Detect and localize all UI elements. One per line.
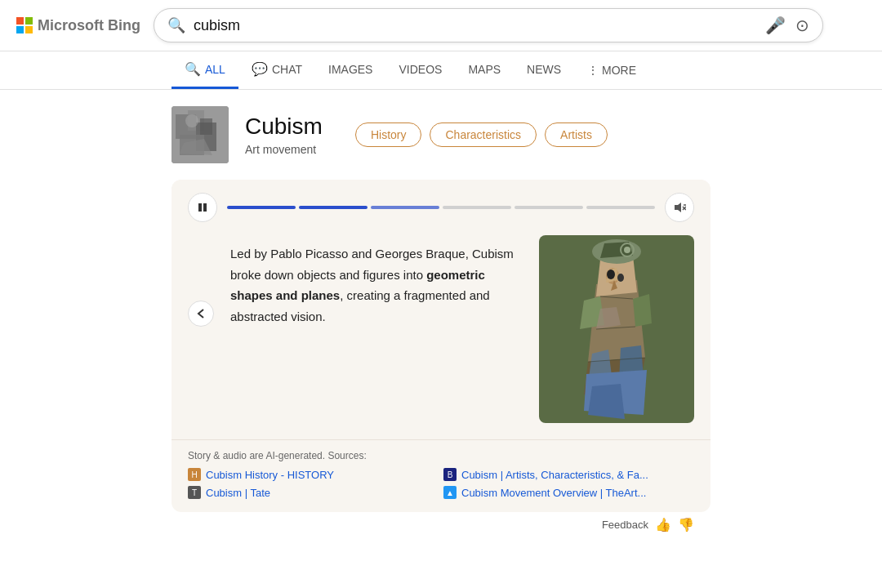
sources-label: Story & audio are AI-generated. Sources: [188,450,694,461]
prev-button[interactable] [188,301,214,327]
chat-tab-icon: 💬 [252,61,268,77]
svg-marker-10 [675,203,681,212]
svg-point-6 [185,114,198,127]
tab-videos-label: VIDEOS [399,63,442,76]
bing-logo: Microsoft Bing [16,17,140,34]
tab-all[interactable]: 🔍 ALL [172,51,238,89]
volume-off-icon [673,201,686,214]
theartstory-favicon: ▲ [443,486,457,499]
cubism-painting [539,235,694,423]
tab-more[interactable]: ⋮ MORE [574,54,649,87]
source-item-theartstory[interactable]: ▲ Cubism Movement Overview | TheArt... [443,486,694,499]
tab-maps[interactable]: MAPS [455,53,514,88]
svg-point-21 [624,247,630,253]
progress-seg-2 [299,206,368,209]
nav-tabs: 🔍 ALL 💬 CHAT IMAGES VIDEOS MAPS NEWS ⋮ M… [0,51,882,90]
progress-seg-3 [371,206,439,209]
thumbs-down-button[interactable]: 👎 [678,517,694,532]
tab-chat-label: CHAT [272,63,302,76]
tab-news[interactable]: NEWS [514,53,574,88]
bing-logo-text: Microsoft Bing [38,17,140,34]
all-tab-icon: 🔍 [185,61,201,77]
pause-icon [197,202,208,213]
story-card: Led by Pablo Picasso and Georges Braque,… [172,180,710,512]
search-icon: 🔍 [167,16,185,34]
svg-rect-5 [200,118,212,135]
main-content: Cubism Art movement History Characterist… [0,90,882,554]
pause-button[interactable] [188,193,217,222]
progress-seg-5 [514,206,583,209]
entity-image [172,106,229,163]
thumbs-up-button[interactable]: 👍 [655,517,671,532]
progress-seg-6 [586,206,655,209]
feedback-label: Feedback [602,519,648,531]
chevron-left-icon [197,308,205,319]
tab-all-label: ALL [205,63,225,76]
progress-seg-4 [443,206,511,209]
pill-artists[interactable]: Artists [545,122,608,147]
progress-area [172,180,710,235]
entity-thumbnail [172,106,229,163]
search-box: 🔍 cubism 🎤 ⊙ [154,8,823,42]
entity-header: Cubism Art movement History Characterist… [172,106,710,163]
tate-favicon: T [188,486,201,499]
entity-info: Cubism Art movement [245,114,323,156]
entity-title: Cubism [245,114,323,140]
entity-subtitle: Art movement [245,143,323,156]
history-favicon: H [188,468,201,481]
feedback-bar: Feedback 👍 👎 [172,512,710,537]
svg-point-25 [617,274,624,282]
tab-images[interactable]: IMAGES [315,53,385,88]
story-painting [539,235,694,423]
tab-maps-label: MAPS [468,63,501,76]
svg-rect-8 [198,203,202,212]
search-icons-right: 🎤 ⊙ [765,16,809,35]
britannica-favicon: B [443,468,457,481]
svg-marker-32 [588,384,625,419]
pill-history[interactable]: History [355,122,422,147]
svg-point-24 [607,270,615,279]
progress-seg-1 [227,206,296,209]
microphone-icon[interactable]: 🎤 [765,16,786,35]
source-britannica-label: Cubism | Artists, Characteristics, & Fa.… [461,469,648,481]
sources-grid: H Cubism History - HISTORY B Cubism | Ar… [188,468,694,499]
source-item-britannica[interactable]: B Cubism | Artists, Characteristics, & F… [443,468,694,481]
tab-chat[interactable]: 💬 CHAT [238,51,315,89]
tab-more-label: MORE [602,64,636,77]
svg-marker-28 [633,294,652,327]
tab-news-label: NEWS [527,63,561,76]
source-theartstory-label: Cubism Movement Overview | TheArt... [461,487,646,499]
source-item-history[interactable]: H Cubism History - HISTORY [188,468,439,481]
story-sources: Story & audio are AI-generated. Sources:… [172,439,710,512]
tab-videos[interactable]: VIDEOS [385,53,455,88]
source-history-label: Cubism History - HISTORY [206,469,334,481]
source-tate-label: Cubism | Tate [206,487,270,499]
search-query[interactable]: cubism [194,17,757,34]
tab-images-label: IMAGES [328,63,372,76]
story-body: Led by Pablo Picasso and Georges Braque,… [172,235,710,439]
volume-button[interactable] [665,193,694,222]
pill-characteristics[interactable]: Characteristics [430,122,537,147]
more-dots-icon: ⋮ [587,64,599,77]
story-text: Led by Pablo Picasso and Georges Braque,… [230,235,523,327]
svg-rect-9 [203,203,207,212]
source-item-tate[interactable]: T Cubism | Tate [188,486,439,499]
entity-pills: History Characteristics Artists [355,122,608,147]
visual-search-icon[interactable]: ⊙ [795,16,809,35]
progress-segments [227,206,655,209]
search-bar-area: Microsoft Bing 🔍 cubism 🎤 ⊙ [0,0,882,51]
